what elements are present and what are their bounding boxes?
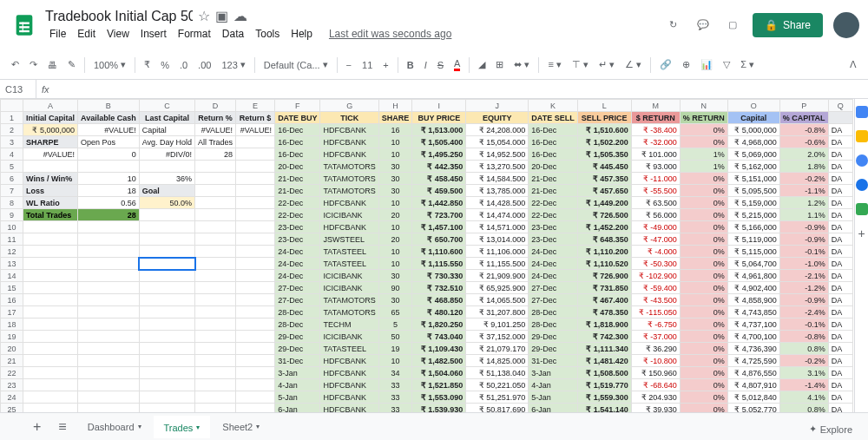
cell[interactable]: 0% xyxy=(680,391,727,404)
cell[interactable]: 0% xyxy=(680,136,727,148)
font-size-minus[interactable]: − xyxy=(342,56,356,74)
cell[interactable]: 28-Dec xyxy=(529,319,577,331)
cell[interactable]: ₹ 1,553.090 xyxy=(412,391,466,404)
cell[interactable]: 31-Dec xyxy=(275,355,320,367)
col-header[interactable]: B xyxy=(78,100,140,112)
cell[interactable]: ₹ 445.450 xyxy=(577,161,631,173)
cell[interactable]: ₹ 1,442.850 xyxy=(412,197,466,209)
cell[interactable]: ₹ -32.000 xyxy=(631,136,680,148)
cell[interactable]: 30 xyxy=(378,270,412,282)
cell[interactable]: 22-Dec xyxy=(275,197,320,209)
cell[interactable]: 16-Dec xyxy=(529,124,577,136)
cell[interactable] xyxy=(236,197,275,209)
col-header[interactable]: L xyxy=(577,100,631,112)
cell[interactable]: 22-Dec xyxy=(529,197,577,209)
cell[interactable]: ₹ 5,159,000 xyxy=(727,197,779,209)
cell[interactable]: DA xyxy=(828,173,852,185)
halign-button[interactable]: ≡ ▾ xyxy=(543,56,565,74)
col-header[interactable]: I xyxy=(412,100,466,112)
cell[interactable]: ₹ 723.700 xyxy=(412,209,466,221)
cell[interactable]: HDFCBANK xyxy=(320,379,378,391)
cell[interactable]: 20 xyxy=(378,209,412,221)
cell[interactable]: DA xyxy=(828,233,852,246)
cell[interactable]: -1.1% xyxy=(779,185,828,197)
cell[interactable]: #DIV/0! xyxy=(139,148,194,161)
addons-icon[interactable]: + xyxy=(856,227,868,240)
cell[interactable]: SELL PRICE xyxy=(577,112,631,124)
cell[interactable]: Total Trades xyxy=(23,209,78,221)
cell[interactable]: DA xyxy=(828,209,852,221)
cell[interactable]: ₹ 1,513.000 xyxy=(412,124,466,136)
add-sheet-button[interactable]: + xyxy=(26,416,48,438)
col-header[interactable] xyxy=(1,100,23,112)
cell[interactable]: ₹ 1,502.200 xyxy=(577,136,631,148)
cell[interactable]: ₹ 14,571.000 xyxy=(466,221,529,233)
cell[interactable]: 23-Dec xyxy=(529,233,577,246)
cell[interactable]: 33 xyxy=(378,391,412,404)
cell[interactable] xyxy=(195,185,236,197)
cell[interactable] xyxy=(236,209,275,221)
cell[interactable] xyxy=(236,355,275,367)
move-icon[interactable]: ▣ xyxy=(215,8,228,24)
col-header[interactable]: G xyxy=(320,100,378,112)
zoom-select[interactable]: 100% ▾ xyxy=(89,56,130,74)
row-header[interactable]: 12 xyxy=(1,246,23,258)
cell[interactable]: Loss xyxy=(23,185,78,197)
cell[interactable]: 16-Dec xyxy=(529,148,577,161)
cell[interactable]: 2.0% xyxy=(779,148,828,161)
cell[interactable]: 0% xyxy=(680,319,727,331)
cell[interactable]: ₹ 458.450 xyxy=(412,173,466,185)
cell[interactable]: 16-Dec xyxy=(275,136,320,148)
functions-button[interactable]: Σ ▾ xyxy=(736,56,759,74)
cell[interactable]: 0% xyxy=(680,258,727,270)
cell[interactable]: 10 xyxy=(78,173,140,185)
row-header[interactable]: 6 xyxy=(1,173,23,185)
col-header[interactable]: D xyxy=(195,100,236,112)
row-header[interactable]: 9 xyxy=(1,209,23,221)
cell[interactable]: ₹ 14,825.000 xyxy=(466,355,529,367)
cell[interactable]: ₹ 4,737,100 xyxy=(727,319,779,331)
cell[interactable]: -0.9% xyxy=(779,221,828,233)
cell[interactable]: ₹ 14,428.500 xyxy=(466,197,529,209)
cell[interactable]: DA xyxy=(828,319,852,331)
cell[interactable]: 5-Jan xyxy=(275,391,320,404)
cell[interactable]: DA xyxy=(828,197,852,209)
format-select[interactable]: 123▾ xyxy=(217,56,249,74)
cell[interactable]: ₹ -59.400 xyxy=(631,282,680,294)
cell[interactable]: ₹ 732.510 xyxy=(412,282,466,294)
valign-button[interactable]: ⊤ ▾ xyxy=(568,56,593,74)
cell[interactable]: Available Cash xyxy=(78,112,140,124)
cell[interactable] xyxy=(139,221,194,233)
cell[interactable]: % CAPITAL xyxy=(779,112,828,124)
cell[interactable]: ₹ 726.500 xyxy=(577,209,631,221)
cell[interactable]: 29-Dec xyxy=(275,331,320,343)
row-header[interactable]: 24 xyxy=(1,391,23,404)
cell[interactable]: HDFCBANK xyxy=(320,221,378,233)
cell[interactable]: DATE SELL xyxy=(529,112,577,124)
col-header[interactable]: J xyxy=(466,100,529,112)
account-avatar[interactable] xyxy=(833,12,859,38)
cell[interactable]: ₹ 21,079.170 xyxy=(466,343,529,355)
cell[interactable]: Goal xyxy=(139,185,194,197)
cell[interactable]: 21-Dec xyxy=(275,185,320,197)
cell[interactable] xyxy=(236,294,275,306)
cell[interactable] xyxy=(195,270,236,282)
cell[interactable] xyxy=(195,319,236,331)
undo-button[interactable]: ↶ xyxy=(7,56,23,74)
row-header[interactable]: 10 xyxy=(1,221,23,233)
cell[interactable]: DA xyxy=(828,355,852,367)
cell[interactable]: 5 xyxy=(378,319,412,331)
cell[interactable]: HDFCBANK xyxy=(320,355,378,367)
text-color-button[interactable]: A xyxy=(450,55,464,75)
row-header[interactable]: 17 xyxy=(1,306,23,319)
cell[interactable]: 16-Dec xyxy=(275,124,320,136)
keep-icon[interactable] xyxy=(856,130,868,142)
cell[interactable]: DA xyxy=(828,343,852,355)
cell[interactable]: SHARPE xyxy=(23,136,78,148)
menu-file[interactable]: File xyxy=(45,26,70,42)
cell[interactable]: 4-Jan xyxy=(275,379,320,391)
cell[interactable]: ₹ 1,818.900 xyxy=(577,319,631,331)
comment-button[interactable]: ⊕ xyxy=(678,56,694,74)
row-header[interactable]: 19 xyxy=(1,331,23,343)
col-header[interactable]: P xyxy=(779,100,828,112)
